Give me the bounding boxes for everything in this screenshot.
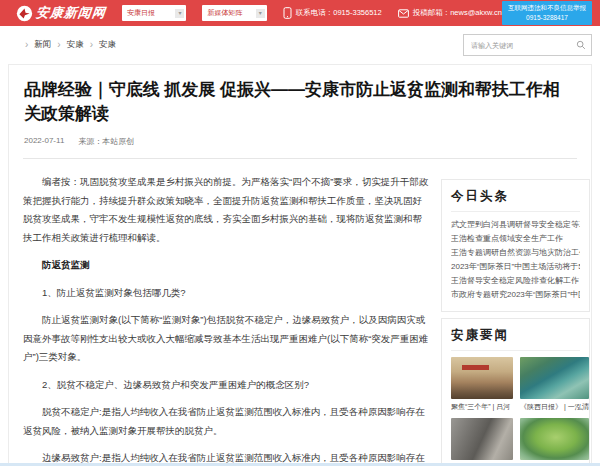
search-input[interactable] bbox=[469, 41, 576, 50]
phone-label: 联系电话：0915-3356512 bbox=[296, 8, 382, 18]
search-box bbox=[463, 34, 592, 56]
content-columns: 编者按：巩固脱贫攻坚成果是乡村振兴的前提。为严格落实“四个不摘”要求，切实提升干… bbox=[9, 159, 591, 464]
email-contact: 投稿邮箱：news@akxw.cn bbox=[398, 8, 502, 18]
media-matrix-select[interactable]: 新媒体矩阵 ▾ bbox=[202, 5, 266, 21]
chevron-down-icon: ▾ bbox=[175, 9, 184, 18]
meeting-photo bbox=[451, 357, 513, 399]
phone-icon bbox=[283, 7, 292, 19]
article-paragraph: 编者按：巩固脱贫攻坚成果是乡村振兴的前提。为严格落实“四个不摘”要求，切实提升干… bbox=[23, 173, 429, 247]
breadcrumb-item[interactable]: 安康 bbox=[67, 39, 84, 51]
source-label: 来源：本站原创 bbox=[78, 136, 134, 147]
publish-date: 2022-07-11 bbox=[24, 136, 64, 147]
news-caption: 聚焦“三个年” | 吕河 bbox=[451, 402, 513, 412]
article-title: 品牌经验｜守底线 抓发展 促振兴——安康市防止返贫监测和帮扶工作相关政策解读 bbox=[24, 78, 576, 126]
news-caption: 《陕西日报》 | 一泓清 bbox=[520, 402, 589, 412]
article-paragraph: 脱贫不稳定户:是指人均纯收入在我省防止返贫监测范围收入标准内，且受各种原因影响存… bbox=[23, 403, 429, 440]
street-photo bbox=[451, 418, 513, 460]
article-paragraph: 边缘易致贫户:是指人均纯收入在我省防止返贫监测范围收入标准内，且受各种原因影响存… bbox=[23, 449, 429, 464]
logo-bird-icon bbox=[16, 5, 33, 22]
news-card[interactable]: 《陕西日报》 | 一泓清 bbox=[520, 357, 589, 412]
daily-paper-select[interactable]: 安康日报 ▾ bbox=[122, 5, 186, 21]
report-line2: 0915-3288417 bbox=[508, 13, 586, 23]
lake-aerial-photo bbox=[520, 357, 589, 399]
article-paragraph: 1、防止返贫监测对象包括哪几类? bbox=[23, 284, 429, 303]
article-meta: 2022-07-11 来源：本站原创 bbox=[24, 136, 576, 147]
article-body: 编者按：巩固脱贫攻坚成果是乡村振兴的前提。为严格落实“四个不摘”要求，切实提升干… bbox=[15, 159, 441, 464]
article-paragraph: 防止返贫监测对象(以下简称“监测对象”)包括脱贫不稳定户，边缘易致贫户，以及因病… bbox=[23, 311, 429, 367]
chevron-right-icon: › bbox=[90, 40, 93, 50]
news-grid: 聚焦“三个年” | 吕河《陕西日报》 | 一泓清文明有我·凡人善举 |“两山”理… bbox=[451, 357, 580, 464]
local-news-title: 安康要闻 bbox=[451, 327, 580, 351]
site-logo[interactable]: 安康新闻网 bbox=[16, 4, 106, 22]
island-aerial-photo bbox=[520, 418, 589, 460]
page: 安康新闻网 安康日报 ▾ 新媒体矩阵 ▾ 联系电话：0915-3356512 投… bbox=[0, 0, 600, 466]
article-card: 品牌经验｜守底线 抓发展 促振兴——安康市防止返贫监测和帮扶工作相关政策解读 2… bbox=[8, 64, 592, 464]
breadcrumb: ›新闻›安康›安康 bbox=[25, 39, 116, 51]
headline-link[interactable]: 王浩督导安全稳定风险排查化解工作 bbox=[451, 274, 580, 288]
media-matrix-select-label: 新媒体矩阵 bbox=[207, 8, 242, 18]
breadcrumb-row: ›新闻›安康›安康 bbox=[0, 26, 600, 64]
news-card[interactable]: 聚焦“三个年” | 吕河 bbox=[451, 357, 513, 412]
mail-icon bbox=[398, 9, 409, 18]
headlines-box: 今日头条 武文罡到白河县调研督导安全稳定等工作王浩检查重点领域安全生产工作王浩专… bbox=[441, 179, 590, 312]
phone-contact: 联系电话：0915-3356512 bbox=[283, 7, 382, 19]
headline-link[interactable]: 王浩检查重点领域安全生产工作 bbox=[451, 232, 580, 246]
headline-link[interactable]: 市政府专题研究2023年“国际茶日”中国主 bbox=[451, 288, 580, 302]
headline-list: 武文罡到白河县调研督导安全稳定等工作王浩检查重点领域安全生产工作王浩专题调研自然… bbox=[451, 218, 580, 302]
search-icon[interactable] bbox=[576, 40, 586, 50]
logo-text: 安康新闻网 bbox=[35, 4, 107, 22]
headline-link[interactable]: 王浩专题调研自然资源与地灾防治工作 bbox=[451, 246, 580, 260]
breadcrumb-item[interactable]: 安康 bbox=[99, 39, 116, 51]
top-header-bar: 安康新闻网 安康日报 ▾ 新媒体矩阵 ▾ 联系电话：0915-3356512 投… bbox=[0, 0, 600, 26]
section-heading: 防返贫监测 bbox=[23, 256, 429, 275]
article-paragraph: 2、脱贫不稳定户、边缘易致贫户和突发严重困难户的概念区别? bbox=[23, 376, 429, 395]
headline-link[interactable]: 武文罡到白河县调研督导安全稳定等工作 bbox=[451, 218, 580, 232]
chevron-right-icon: › bbox=[25, 40, 28, 50]
daily-paper-select-label: 安康日报 bbox=[127, 8, 155, 18]
breadcrumb-item[interactable]: 新闻 bbox=[34, 39, 51, 51]
chevron-down-icon: ▾ bbox=[256, 9, 265, 18]
headlines-title: 今日头条 bbox=[451, 188, 580, 212]
report-button[interactable]: 互联网违法和不良信息举报 0915-3288417 bbox=[502, 1, 592, 25]
local-news-box: 安康要闻 聚焦“三个年” | 吕河《陕西日报》 | 一泓清文明有我·凡人善举 |… bbox=[441, 318, 590, 464]
chevron-right-icon: › bbox=[57, 40, 60, 50]
email-label: 投稿邮箱：news@akxw.cn bbox=[413, 8, 502, 18]
headline-link[interactable]: 2023年“国际茶日”中国主场活动将于5月 bbox=[451, 260, 580, 274]
news-card[interactable]: 文明有我·凡人善举 | bbox=[451, 418, 513, 464]
report-line1: 互联网违法和不良信息举报 bbox=[508, 3, 586, 13]
news-card[interactable]: “两山”理论的安康实 bbox=[520, 418, 589, 464]
sidebar: 今日头条 武文罡到白河县调研督导安全稳定等工作王浩检查重点领域安全生产工作王浩专… bbox=[441, 159, 590, 464]
